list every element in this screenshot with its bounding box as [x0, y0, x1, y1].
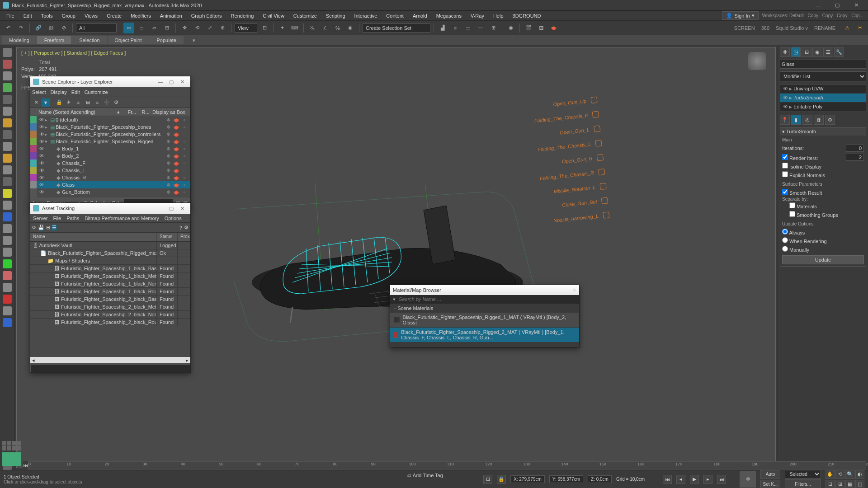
curve-editor-button[interactable]: 〰: [475, 23, 486, 33]
selection-set-dropdown[interactable]: [363, 23, 430, 33]
signin-button[interactable]: 👤 Sign In ▾: [722, 11, 758, 20]
redo-button[interactable]: ↷: [15, 23, 26, 33]
angle-snap-button[interactable]: ∠: [320, 23, 330, 33]
set-key-button[interactable]: Set K...: [760, 480, 780, 488]
asset-path-field[interactable]: [30, 364, 190, 372]
lt-btn-15[interactable]: [3, 212, 12, 221]
pin-stack-button[interactable]: 📍: [780, 115, 790, 125]
menu-group[interactable]: Group: [57, 12, 80, 20]
lt-btn-6[interactable]: [3, 107, 12, 116]
se-add-icon[interactable]: ≡: [93, 99, 101, 107]
ribbon-selection[interactable]: Selection: [72, 36, 107, 44]
scroll-right-icon[interactable]: ▸: [184, 357, 190, 363]
menu-animation[interactable]: Animation: [156, 12, 187, 20]
nav-orbit-button[interactable]: ⟲: [835, 470, 844, 479]
iterations-spinner[interactable]: [846, 145, 864, 152]
filters-button[interactable]: Filters...: [785, 479, 821, 488]
lt-btn-21[interactable]: [3, 283, 12, 292]
se-del-icon[interactable]: ➕: [103, 99, 111, 107]
asset-row[interactable]: 🗄 Autodesk VaultLogged O...: [30, 242, 190, 249]
filter-light-icon[interactable]: [30, 131, 37, 138]
object-name-field[interactable]: [780, 60, 866, 69]
lt-btn-2[interactable]: [3, 60, 12, 69]
filter-bone-icon[interactable]: [30, 160, 37, 167]
asset-row[interactable]: 🖼 Futuristic_Fighter_Spaceship_2_black_R…: [30, 319, 190, 326]
asset-row[interactable]: 🖼 Futuristic_Fighter_Spaceship_1_black_B…: [30, 265, 190, 272]
at-list-icon[interactable]: ☰: [52, 225, 57, 230]
y-coord[interactable]: Y: 658,377cm: [549, 475, 583, 483]
lt-btn-14[interactable]: [3, 201, 12, 210]
lt-btn-5[interactable]: [3, 95, 12, 104]
ribbon-populate[interactable]: Populate: [149, 36, 183, 44]
lt-btn-3[interactable]: [3, 71, 12, 80]
ribbon-object paint[interactable]: Object Paint: [108, 36, 149, 44]
manipulate-button[interactable]: ✦: [277, 23, 288, 33]
at-save-icon[interactable]: 💾: [38, 225, 44, 230]
ribbon-expand-icon[interactable]: ▾: [189, 35, 199, 46]
annotation[interactable]: Nozzle_narrowing_L: [505, 211, 609, 229]
se-menu-customize[interactable]: Customize: [85, 89, 108, 95]
asset-row[interactable]: 🖼 Futuristic_Fighter_Spaceship_1_black_R…: [30, 288, 190, 296]
maximize-panel-button[interactable]: ▢: [166, 79, 177, 85]
unique-button[interactable]: ◎: [802, 115, 812, 125]
tree-row[interactable]: 👁▸▤Black_Futuristic_Fighter_Spaceship_bo…: [37, 123, 190, 131]
always-radio[interactable]: Always: [782, 229, 805, 235]
remove-mod-button[interactable]: 🗑: [814, 115, 824, 125]
tree-row[interactable]: 👁◆Chassis_L❄🫖▫: [37, 167, 190, 174]
annotation[interactable]: Open_Gun_L: [496, 125, 600, 142]
render-iters-check[interactable]: Render Iters:: [782, 154, 818, 161]
se-hier-icon[interactable]: ⊟: [84, 99, 92, 107]
filter-shape-icon[interactable]: [30, 123, 37, 131]
at-menu-server[interactable]: Server: [33, 216, 47, 221]
prev-frame-button[interactable]: ◂: [676, 475, 685, 484]
annotation[interactable]: Open_Gun_Up: [494, 97, 598, 114]
nav-pan-button[interactable]: ✋: [826, 470, 835, 479]
scale-button[interactable]: ⤢: [204, 23, 215, 33]
menu-tools[interactable]: Tools: [37, 12, 57, 20]
lt-btn-13[interactable]: [3, 189, 12, 198]
x-coord[interactable]: X: 279,979cm: [510, 475, 545, 483]
viewport-layout-grid[interactable]: [0, 439, 22, 468]
menu-modifiers[interactable]: Modifiers: [126, 12, 156, 20]
undo-button[interactable]: ↶: [3, 23, 14, 33]
goto-start-button[interactable]: ⏮: [663, 475, 672, 484]
filter-space-icon[interactable]: [30, 152, 37, 160]
lt-btn-20[interactable]: [3, 271, 12, 280]
asset-row[interactable]: 📁 Maps / Shaders: [30, 257, 190, 265]
lt-btn-18[interactable]: [3, 248, 12, 257]
align-button[interactable]: ≡: [450, 23, 461, 33]
asset-row[interactable]: 🖼 Futuristic_Fighter_Spaceship_2_black_N…: [30, 311, 190, 319]
annotation[interactable]: Missile_Rotation_L: [503, 183, 607, 200]
annotation[interactable]: Folding_The_Chassis_R: [501, 169, 605, 186]
material-editor-button[interactable]: ◉: [505, 23, 516, 33]
coord-system[interactable]: [235, 23, 257, 33]
material-search-input[interactable]: [399, 296, 573, 302]
ribbon-freeform[interactable]: Freeform: [37, 36, 72, 44]
at-menu-file[interactable]: File: [53, 216, 61, 221]
filter-part-icon[interactable]: [30, 167, 37, 174]
render-button[interactable]: 🫖: [548, 23, 559, 33]
nav-zoom-ext-button[interactable]: ⊡: [826, 480, 835, 488]
lt-btn-19[interactable]: [3, 259, 12, 268]
nav-max-button[interactable]: ▦: [845, 480, 854, 488]
select-region-button[interactable]: ▱: [149, 23, 160, 33]
menu-content[interactable]: Content: [382, 12, 408, 20]
asset-row[interactable]: 📄 Black_Futuristic_Fighter_Spaceship_Rig…: [30, 249, 190, 257]
filter-helper-icon[interactable]: [30, 145, 37, 152]
lt-btn-24[interactable]: [3, 318, 12, 327]
filter-group-icon[interactable]: [30, 181, 37, 188]
annotation[interactable]: Folding_The_Chassis_F: [495, 111, 599, 128]
tree-row[interactable]: 👁▾▤Black_Futuristic_Fighter_Spaceship_Ri…: [37, 138, 190, 145]
lt-btn-11[interactable]: [3, 165, 12, 174]
lt-btn-17[interactable]: [3, 236, 12, 245]
se-lock-icon[interactable]: 🔒: [55, 99, 63, 107]
menu-civil view[interactable]: Civil View: [258, 12, 288, 20]
play-button[interactable]: ▶: [690, 475, 699, 484]
asset-row[interactable]: 🖼 Futuristic_Fighter_Spaceship_1_black_N…: [30, 280, 190, 288]
lt-btn-22[interactable]: [3, 295, 12, 304]
tree-row[interactable]: 👁◆Glass❄🫖▫: [37, 181, 190, 188]
ribbon-modeling[interactable]: Modeling: [2, 36, 37, 44]
se-close-icon[interactable]: ✕: [32, 99, 40, 107]
window-crossing-button[interactable]: ⊞: [161, 23, 172, 33]
nav-region-button[interactable]: ◫: [855, 480, 864, 488]
